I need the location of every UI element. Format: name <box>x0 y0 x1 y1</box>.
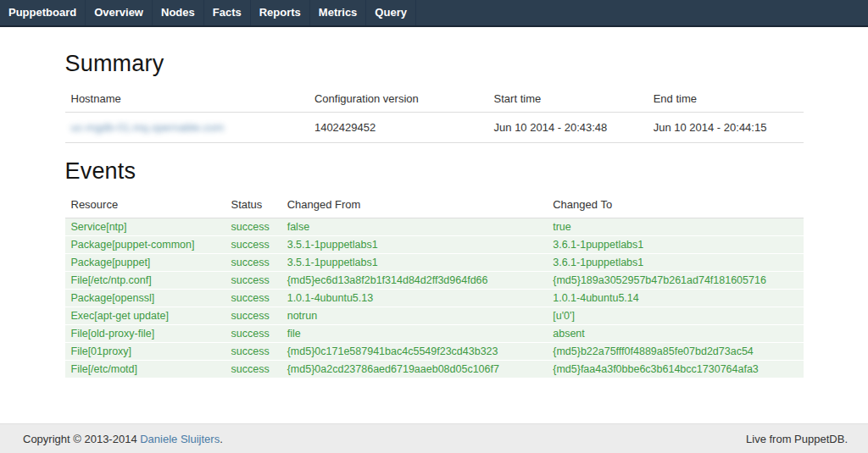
event-resource: Exec[apt-get update] <box>65 307 225 325</box>
summary-header-row: Hostname Configuration version Start tim… <box>65 84 804 113</box>
event-changed-to: absent <box>547 325 803 343</box>
nav-item-reports[interactable]: Reports <box>251 0 310 25</box>
footer-author-link[interactable]: Daniele Sluijters <box>140 433 220 445</box>
event-changed-to: true <box>547 218 803 236</box>
event-resource: File[old-proxy-file] <box>65 325 225 343</box>
event-resource: Package[openssl] <box>65 290 225 307</box>
summary-col-start-time: Start time <box>488 84 648 113</box>
nav-item-overview[interactable]: Overview <box>86 0 153 25</box>
event-status: success <box>225 236 281 254</box>
summary-heading: Summary <box>65 51 804 77</box>
event-row: Exec[apt-get update] success notrun [u'0… <box>65 307 804 325</box>
event-changed-to: 1.0.1-4ubuntu5.14 <box>547 290 803 307</box>
event-changed-from: 3.5.1-1puppetlabs1 <box>281 236 548 254</box>
top-navbar: Puppetboard Overview Nodes Facts Reports… <box>0 0 868 27</box>
summary-col-config-version: Configuration version <box>309 84 488 113</box>
nav-item-query[interactable]: Query <box>366 0 416 25</box>
event-row: File[/etc/ntp.conf] success {md5}ec6d13a… <box>65 272 804 290</box>
main-content: Summary Hostname Configuration version S… <box>65 51 804 378</box>
summary-row: uc-mgdb-01.mq.opernable.com 1402429452 J… <box>65 113 804 143</box>
event-row: File[old-proxy-file] success file absent <box>65 325 804 343</box>
event-resource: Service[ntp] <box>65 218 225 236</box>
event-changed-from: file <box>281 325 548 343</box>
event-status: success <box>225 272 281 290</box>
summary-col-end-time: End time <box>648 84 804 113</box>
event-status: success <box>225 254 281 272</box>
event-changed-from: {md5}0a2cd23786aed6719aaeb08d05c106f7 <box>281 361 548 378</box>
event-changed-to: {md5}faa4a3f0bbe6c3b614bcc1730764afa3 <box>547 361 803 378</box>
event-resource: Package[puppet] <box>65 254 225 272</box>
events-heading: Events <box>65 158 804 185</box>
event-resource: Package[puppet-common] <box>65 236 225 254</box>
event-resource: File[01proxy] <box>65 343 225 361</box>
events-table: Resource Status Changed From Changed To … <box>65 190 804 378</box>
event-changed-to: [u'0'] <box>547 307 803 325</box>
footer-puppetdb-status: Live from PuppetDB. <box>746 433 848 445</box>
event-row: Service[ntp] success false true <box>65 218 804 236</box>
event-row: File[01proxy] success {md5}0c171e587941b… <box>65 343 804 361</box>
events-col-status: Status <box>225 190 281 218</box>
event-row: Package[openssl] success 1.0.1-4ubuntu5.… <box>65 290 804 307</box>
nav-brand-puppetboard[interactable]: Puppetboard <box>0 0 86 25</box>
nav-item-nodes[interactable]: Nodes <box>153 0 204 25</box>
footer: Copyright © 2013-2014 Daniele Sluijters.… <box>0 423 868 453</box>
event-changed-from: {md5}ec6d13a8f2b1f314d84d2ff3d964fd66 <box>281 272 548 290</box>
footer-copyright-period: . <box>220 433 223 445</box>
event-changed-from: {md5}0c171e587941bac4c5549f23cd43b323 <box>281 343 548 361</box>
summary-hostname-cell: uc-mgdb-01.mq.opernable.com <box>65 113 309 143</box>
summary-config-version-value: 1402429452 <box>309 113 488 143</box>
summary-start-time-value: Jun 10 2014 - 20:43:48 <box>488 113 648 143</box>
summary-table: Hostname Configuration version Start tim… <box>65 84 804 143</box>
events-header-row: Resource Status Changed From Changed To <box>65 190 804 218</box>
event-resource: File[/etc/ntp.conf] <box>65 272 225 290</box>
event-status: success <box>225 218 281 236</box>
summary-col-hostname: Hostname <box>65 84 309 113</box>
event-changed-from: 1.0.1-4ubuntu5.13 <box>281 290 548 307</box>
event-changed-to: 3.6.1-1puppetlabs1 <box>547 236 803 254</box>
events-col-resource: Resource <box>65 190 225 218</box>
nav-item-facts[interactable]: Facts <box>204 0 251 25</box>
event-changed-to: 3.6.1-1puppetlabs1 <box>547 254 803 272</box>
event-changed-to: {md5}b22a75fff0f4889a85fe07bd2d73ac54 <box>547 343 803 361</box>
event-status: success <box>225 343 281 361</box>
event-status: success <box>225 307 281 325</box>
footer-copyright-text: Copyright © 2013-2014 <box>23 433 140 445</box>
event-changed-from: false <box>281 218 548 236</box>
event-changed-from: notrun <box>281 307 548 325</box>
event-status: success <box>225 361 281 378</box>
event-changed-from: 3.5.1-1puppetlabs1 <box>281 254 548 272</box>
event-row: Package[puppet-common] success 3.5.1-1pu… <box>65 236 804 254</box>
event-row: File[/etc/motd] success {md5}0a2cd23786a… <box>65 361 804 378</box>
summary-end-time-value: Jun 10 2014 - 20:44:15 <box>648 113 804 143</box>
event-status: success <box>225 325 281 343</box>
event-changed-to: {md5}189a3052957b47b261ad74f181605716 <box>547 272 803 290</box>
event-row: Package[puppet] success 3.5.1-1puppetlab… <box>65 254 804 272</box>
event-resource: File[/etc/motd] <box>65 361 225 378</box>
events-col-changed-to: Changed To <box>547 190 803 218</box>
hostname-link-redacted[interactable]: uc-mgdb-01.mq.opernable.com <box>71 121 225 134</box>
footer-copyright: Copyright © 2013-2014 Daniele Sluijters. <box>23 433 223 445</box>
nav-item-metrics[interactable]: Metrics <box>310 0 367 25</box>
events-col-changed-from: Changed From <box>281 190 548 218</box>
event-status: success <box>225 290 281 307</box>
